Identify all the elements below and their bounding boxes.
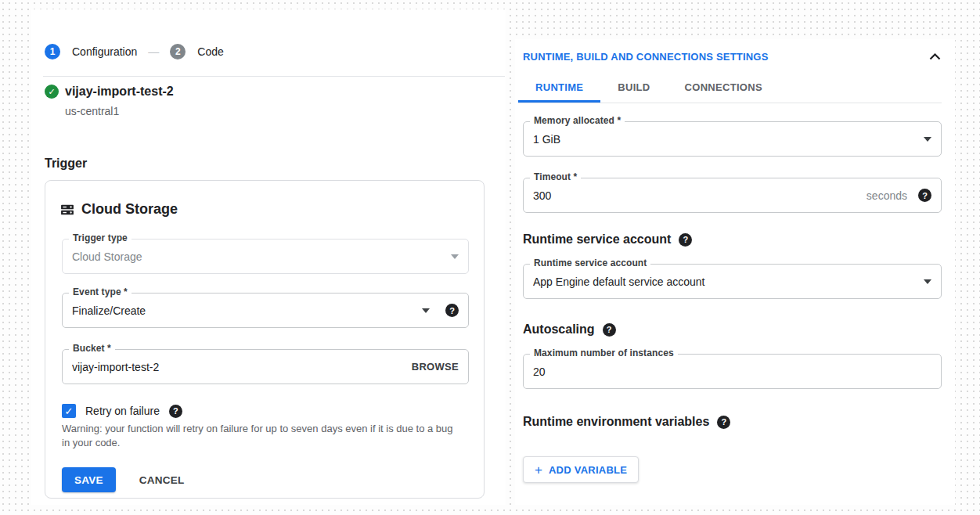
stepper: 1 Configuration — 2 Code	[45, 44, 224, 59]
runtime-service-account-heading: Runtime service account	[523, 232, 671, 247]
event-type-help-icon[interactable]: ?	[445, 304, 459, 317]
runtime-service-account-select[interactable]: Runtime service account App Engine defau…	[523, 264, 942, 299]
retry-row: ✓ Retry on failure ?	[62, 404, 182, 418]
timeout-help-icon[interactable]: ?	[918, 189, 931, 202]
memory-allocated-value: 1 GiB	[533, 133, 914, 146]
chevron-up-icon[interactable]	[929, 53, 941, 60]
bucket-input[interactable]: Bucket * vijay-import-test-2 BROWSE	[62, 349, 469, 384]
save-button[interactable]: SAVE	[62, 467, 116, 492]
add-variable-button[interactable]: + ADD VARIABLE	[523, 456, 639, 483]
timeout-input[interactable]: Timeout * 300 seconds ?	[523, 178, 942, 213]
tab-connections[interactable]: CONNECTIONS	[668, 74, 780, 103]
memory-allocated-label: Memory allocated *	[530, 115, 625, 126]
caret-down-icon	[451, 254, 459, 259]
trigger-card-actions: SAVE CANCEL	[62, 467, 185, 492]
caret-down-icon	[422, 308, 430, 313]
trigger-card-title-row: Cloud Storage	[59, 201, 178, 218]
max-instances-label: Maximum number of instances	[530, 348, 678, 358]
function-summary: ✓ vijay-import-test-2	[45, 85, 174, 99]
timeout-label: Timeout *	[530, 171, 581, 182]
retry-warning-text: Warning: your function will retry on fai…	[62, 422, 459, 450]
event-type-value: Finalize/Create	[72, 304, 413, 317]
browse-button[interactable]: BROWSE	[412, 361, 459, 373]
max-instances-value: 20	[533, 366, 931, 378]
tab-build[interactable]: BUILD	[600, 74, 667, 103]
trigger-type-label: Trigger type	[69, 232, 132, 243]
cloud-storage-icon	[59, 202, 75, 218]
timeout-value: 300	[533, 189, 857, 202]
event-type-label: Event type *	[69, 286, 132, 297]
retry-help-icon[interactable]: ?	[169, 405, 182, 418]
step-1-badge: 1	[45, 44, 60, 59]
retry-checkbox[interactable]: ✓	[62, 404, 76, 418]
trigger-card: Cloud Storage Trigger type Cloud Storage…	[45, 180, 485, 499]
runtime-service-account-value: App Engine default service account	[533, 276, 914, 288]
step-1-label: Configuration	[72, 45, 137, 58]
function-name: vijay-import-test-2	[65, 85, 174, 99]
env-vars-heading-row: Runtime environment variables ?	[523, 415, 730, 429]
runtime-service-account-help-icon[interactable]: ?	[679, 233, 692, 247]
cancel-button[interactable]: CANCEL	[139, 474, 185, 486]
step-2-label: Code	[197, 45, 223, 58]
env-vars-help-icon[interactable]: ?	[717, 416, 730, 429]
runtime-service-account-field-label: Runtime service account	[530, 258, 650, 268]
runtime-settings-panel: RUNTIME, BUILD AND CONNECTIONS SETTINGS …	[515, 39, 955, 505]
autoscaling-help-icon[interactable]: ?	[603, 323, 616, 337]
stepper-step-configuration[interactable]: 1 Configuration	[45, 44, 137, 59]
function-region: us-central1	[65, 105, 119, 117]
timeout-unit: seconds	[867, 189, 907, 202]
success-check-icon: ✓	[45, 85, 59, 99]
max-instances-input[interactable]: Maximum number of instances 20	[523, 354, 942, 389]
settings-tabs: RUNTIME BUILD CONNECTIONS	[518, 74, 942, 103]
settings-expander-label: RUNTIME, BUILD AND CONNECTIONS SETTINGS	[523, 51, 769, 63]
add-variable-label: ADD VARIABLE	[549, 464, 627, 476]
stepper-step-code[interactable]: 2 Code	[170, 44, 223, 59]
stepper-divider	[43, 76, 505, 77]
trigger-card-title: Cloud Storage	[81, 201, 178, 218]
autoscaling-heading-row: Autoscaling ?	[523, 322, 616, 337]
runtime-service-account-heading-row: Runtime service account ?	[523, 232, 692, 247]
memory-allocated-select[interactable]: Memory allocated * 1 GiB	[523, 121, 942, 157]
tab-runtime[interactable]: RUNTIME	[518, 74, 600, 103]
step-2-badge: 2	[170, 44, 186, 59]
bucket-label: Bucket *	[69, 343, 115, 354]
retry-label: Retry on failure	[85, 405, 160, 417]
trigger-type-select[interactable]: Trigger type Cloud Storage	[62, 239, 469, 274]
bucket-value: vijay-import-test-2	[72, 361, 402, 373]
env-vars-heading: Runtime environment variables	[523, 415, 709, 429]
autoscaling-heading: Autoscaling	[523, 322, 595, 337]
caret-down-icon	[924, 137, 931, 142]
event-type-select[interactable]: Event type * Finalize/Create ?	[62, 293, 469, 328]
stepper-separator: —	[148, 45, 159, 58]
trigger-heading: Trigger	[45, 157, 87, 171]
plus-icon: +	[535, 463, 542, 477]
configuration-panel: 1 Configuration — 2 Code ✓ vijay-import-…	[31, 9, 506, 505]
caret-down-icon	[924, 279, 931, 284]
settings-expander[interactable]: RUNTIME, BUILD AND CONNECTIONS SETTINGS	[523, 49, 941, 64]
trigger-type-value: Cloud Storage	[72, 250, 441, 263]
